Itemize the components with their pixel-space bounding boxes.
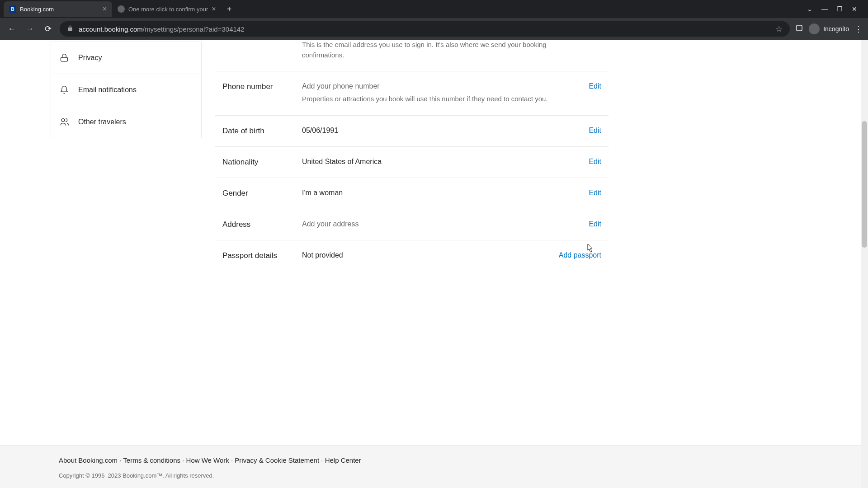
edit-nationality-link[interactable]: Edit: [589, 158, 601, 166]
back-button[interactable]: ←: [5, 24, 18, 34]
address-bar-row: ← → ⟳ account.booking.com/mysettings/per…: [0, 18, 868, 40]
privacy-icon: [59, 53, 69, 63]
detail-label: Phone number: [222, 82, 302, 91]
scrollbar[interactable]: [861, 40, 868, 488]
detail-description: Properties or attractions you book will …: [302, 94, 580, 104]
tab-bar: B Booking.com × One more click to confir…: [0, 0, 868, 18]
sidebar-item-privacy[interactable]: Privacy: [51, 42, 201, 74]
detail-value: I'm a woman: [302, 189, 580, 197]
sidebar-item-email-notifications[interactable]: Email notifications: [51, 74, 201, 106]
incognito-badge[interactable]: Incognito: [809, 23, 849, 34]
address-bar[interactable]: account.booking.com/mysettings/personal?…: [60, 21, 790, 37]
tab-booking[interactable]: B Booking.com ×: [4, 1, 112, 17]
detail-label: Passport details: [222, 251, 302, 260]
detail-row-dob: Date of birth 05/06/1991 Edit: [215, 116, 609, 147]
sidebar-item-other-travelers[interactable]: Other travelers: [51, 106, 201, 138]
menu-icon[interactable]: ⋮: [854, 24, 863, 34]
close-icon[interactable]: ×: [103, 5, 107, 13]
footer-link-help[interactable]: Help Center: [325, 456, 361, 464]
detail-row-gender: Gender I'm a woman Edit: [215, 178, 609, 209]
add-passport-link[interactable]: Add passport: [559, 251, 601, 259]
detail-value: 05/06/1991: [302, 127, 580, 135]
window-controls: ⌄ — ❐ ✕: [807, 5, 864, 13]
detail-label: Address: [222, 220, 302, 229]
footer-copyright: Copyright © 1996–2023 Booking.com™. All …: [59, 472, 809, 479]
extensions-icon[interactable]: [795, 24, 803, 34]
page-footer: About Booking.com · Terms & conditions ·…: [0, 445, 868, 488]
page-content: Privacy Email notifications Other travel…: [0, 40, 868, 488]
detail-row-passport: Passport details Not provided Add passpo…: [215, 240, 609, 271]
edit-phone-link[interactable]: Edit: [589, 82, 601, 90]
edit-dob-link[interactable]: Edit: [589, 127, 601, 135]
close-icon[interactable]: ×: [212, 5, 216, 13]
edit-gender-link[interactable]: Edit: [589, 189, 601, 197]
footer-link-how-we-work[interactable]: How We Work: [186, 456, 229, 464]
people-icon: [59, 117, 69, 127]
detail-description: This is the email address you use to sig…: [302, 40, 580, 60]
url-text: account.booking.com/mysettings/personal?…: [79, 25, 245, 33]
address-placeholder: Add your address: [302, 220, 359, 228]
maximize-icon[interactable]: ❐: [837, 5, 843, 13]
detail-label: Nationality: [222, 158, 302, 167]
footer-links: About Booking.com · Terms & conditions ·…: [59, 456, 809, 464]
sidebar-label: Privacy: [78, 54, 102, 62]
svg-rect-0: [797, 25, 802, 31]
detail-value: Add your address: [302, 220, 580, 228]
new-tab-button[interactable]: +: [222, 5, 237, 14]
incognito-label: Incognito: [823, 25, 849, 33]
detail-row-nationality: Nationality United States of America Edi…: [215, 147, 609, 178]
main-content: This is the email address you use to sig…: [202, 40, 609, 488]
edit-address-link[interactable]: Edit: [589, 220, 601, 228]
lock-icon: [67, 25, 73, 33]
svg-rect-1: [61, 57, 68, 61]
tab-title: One more click to confirm your: [128, 6, 208, 13]
detail-row-email: This is the email address you use to sig…: [215, 40, 609, 71]
detail-value: Add your phone number Properties or attr…: [302, 82, 580, 104]
reload-button[interactable]: ⟳: [42, 24, 54, 34]
svg-point-2: [61, 119, 65, 122]
sidebar-label: Email notifications: [78, 86, 137, 94]
detail-value: This is the email address you use to sig…: [302, 40, 580, 60]
sidebar-label: Other travelers: [78, 118, 126, 126]
minimize-icon[interactable]: —: [821, 5, 828, 13]
settings-sidebar: Privacy Email notifications Other travel…: [51, 42, 202, 138]
detail-row-phone: Phone number Add your phone number Prope…: [215, 71, 609, 116]
detail-row-address: Address Add your address Edit: [215, 209, 609, 240]
incognito-icon: [809, 23, 820, 34]
close-window-icon[interactable]: ✕: [852, 5, 857, 13]
tab-confirm[interactable]: One more click to confirm your ×: [112, 1, 222, 17]
detail-label: Gender: [222, 189, 302, 198]
tab-title: Booking.com: [20, 6, 99, 13]
favicon-globe-icon: [118, 5, 125, 13]
footer-link-privacy[interactable]: Privacy & Cookie Statement: [235, 456, 319, 464]
detail-label: Date of birth: [222, 127, 302, 136]
detail-value: Not provided: [302, 251, 550, 259]
phone-placeholder: Add your phone number: [302, 82, 380, 90]
favicon-booking: B: [9, 5, 16, 13]
forward-button[interactable]: →: [24, 24, 36, 34]
bookmark-icon[interactable]: ☆: [775, 24, 783, 34]
footer-link-about[interactable]: About Booking.com: [59, 456, 118, 464]
bell-icon: [59, 85, 69, 95]
chevron-down-icon[interactable]: ⌄: [807, 5, 812, 13]
footer-link-terms[interactable]: Terms & conditions: [123, 456, 180, 464]
browser-chrome: B Booking.com × One more click to confir…: [0, 0, 868, 40]
detail-value: United States of America: [302, 158, 580, 166]
scrollbar-thumb[interactable]: [862, 121, 867, 248]
